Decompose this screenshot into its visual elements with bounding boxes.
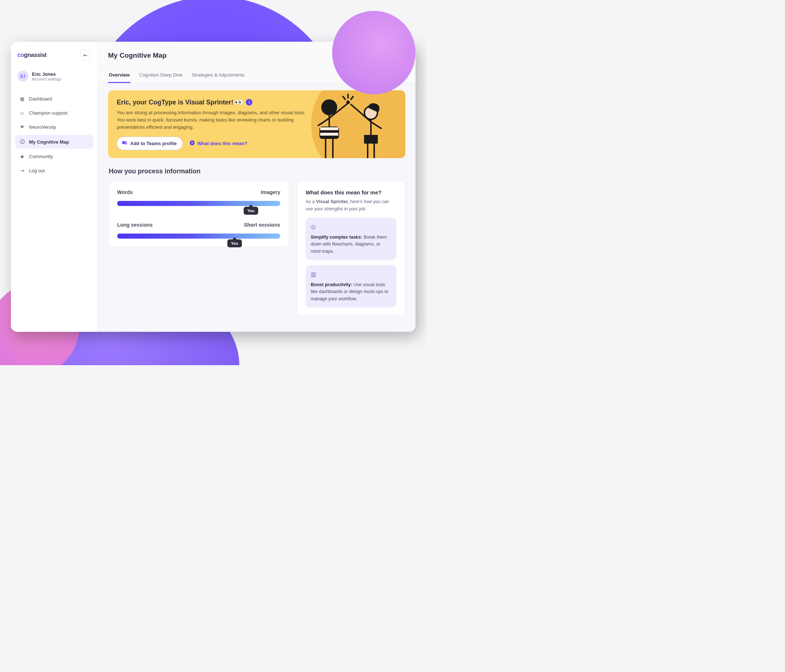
sidebar-item-label: Community — [29, 154, 53, 159]
user-subtitle: Account settings — [32, 77, 61, 81]
logout-icon: ⇥ — [19, 168, 25, 173]
what-does-this-mean-link[interactable]: What does this mean? — [189, 140, 247, 147]
slider-bar: You — [117, 233, 280, 239]
svg-rect-2 — [125, 143, 127, 145]
map-icon: ⓘ — [19, 139, 25, 145]
sidebar-item-logout[interactable]: ⇥ Log out — [15, 164, 93, 177]
meaning-side-panel: What does this mean for me? As a Visual … — [297, 181, 405, 316]
svg-rect-6 — [320, 127, 338, 130]
tip-boost-productivity: ▥ Boost productivity: Use visual tools l… — [306, 265, 396, 307]
sidebar: cognassist ⇤ EJ Eric Jones Account setti… — [11, 42, 98, 332]
grid-plus-icon: ▥ — [311, 270, 391, 279]
tab-overview[interactable]: Overview — [108, 67, 131, 83]
slider-bar: You — [117, 201, 280, 206]
slider-left-label: Words — [117, 189, 133, 195]
tip-bold: Boost productivity: — [311, 282, 352, 287]
slider-you-marker: You — [227, 240, 242, 247]
section-heading-process: How you process information — [109, 168, 405, 175]
content-scroll[interactable]: Eric, your CogType is Visual Sprinter! 👀… — [98, 83, 416, 332]
what-link-label: What does this mean? — [197, 141, 247, 146]
sidebar-item-community[interactable]: ☻ Community — [15, 150, 93, 163]
sidebar-item-neuroversity[interactable]: ⚑ NeuroVersity — [15, 121, 93, 133]
teams-button-label: Add to Teams profile — [130, 141, 177, 146]
tip-simplify: ◎ Simplify complex tasks: Break them dow… — [306, 218, 396, 260]
sidebar-item-cognitive-map[interactable]: ⓘ My Cognitive Map — [15, 135, 93, 149]
slider-words-imagery: Words Imagery You — [117, 189, 280, 206]
sidebar-item-label: Dashboard — [29, 96, 52, 102]
sidebar-item-champion-support[interactable]: ☺ Champion support — [15, 107, 93, 119]
sidebar-item-dashboard[interactable]: ▦ Dashboard — [15, 92, 93, 105]
user-account-link[interactable]: EJ Eric Jones Account settings — [15, 67, 93, 88]
support-icon: ☺ — [19, 110, 25, 116]
sidebar-item-label: Log out — [29, 168, 45, 173]
side-panel-title: What does this mean for me? — [306, 189, 396, 196]
page-title: My Cognitive Map — [108, 52, 167, 60]
brand-prefix: co — [17, 52, 24, 58]
slider-you-marker: You — [244, 207, 258, 215]
svg-point-4 — [322, 100, 336, 114]
slider-sessions: Long sessions Short sessions You — [117, 222, 280, 239]
sidebar-item-label: NeuroVersity — [29, 124, 56, 130]
slider-you-label: You — [244, 207, 258, 215]
banner-title: Eric, your CogType is Visual Sprinter! 👀 — [117, 98, 243, 106]
side-panel-intro: As a Visual Sprinter, here's how you can… — [306, 198, 396, 213]
dashboard-icon: ▦ — [19, 96, 25, 102]
cogtype-banner: Eric, your CogType is Visual Sprinter! 👀… — [108, 90, 405, 158]
user-name: Eric Jones — [32, 71, 61, 77]
tab-strategies-adjustments[interactable]: Strategies & Adjustments — [191, 67, 245, 83]
slider-right-label: Imagery — [261, 189, 280, 195]
play-icon — [189, 140, 195, 147]
svg-point-1 — [125, 141, 127, 143]
teams-icon — [122, 140, 127, 147]
collapse-sidebar-button[interactable]: ⇤ — [80, 50, 91, 61]
flag-icon: ⚑ — [19, 124, 25, 130]
sidebar-item-label: Champion support — [29, 110, 67, 116]
banner-illustration — [289, 90, 405, 158]
avatar: EJ — [17, 71, 28, 81]
brand-logo: cognassist — [17, 52, 47, 58]
svg-rect-7 — [320, 133, 338, 136]
decorative-blob — [332, 11, 416, 94]
target-icon: ◎ — [311, 222, 391, 232]
info-icon[interactable]: i — [246, 99, 252, 105]
people-high-five-illustration — [300, 93, 394, 158]
svg-rect-0 — [122, 141, 125, 144]
svg-point-9 — [346, 100, 350, 104]
sidebar-nav: ▦ Dashboard ☺ Champion support ⚑ NeuroVe… — [15, 92, 93, 177]
community-icon: ☻ — [19, 154, 25, 159]
tab-cognition-deep-dive[interactable]: Cognition Deep Dive — [139, 67, 183, 83]
sidebar-item-label: My Cognitive Map — [29, 139, 69, 145]
tip-bold: Simplify complex tasks: — [311, 235, 362, 240]
slider-right-label: Short sessions — [244, 222, 280, 228]
collapse-icon: ⇤ — [83, 52, 88, 58]
slider-you-label: You — [227, 240, 242, 247]
slider-left-label: Long sessions — [117, 222, 153, 228]
brand-suffix: gnassist — [24, 52, 47, 58]
process-sliders-card: Words Imagery You Long sessions Short — [108, 181, 289, 247]
banner-body: You are strong at processing information… — [117, 109, 311, 131]
add-to-teams-button[interactable]: Add to Teams profile — [117, 137, 183, 150]
